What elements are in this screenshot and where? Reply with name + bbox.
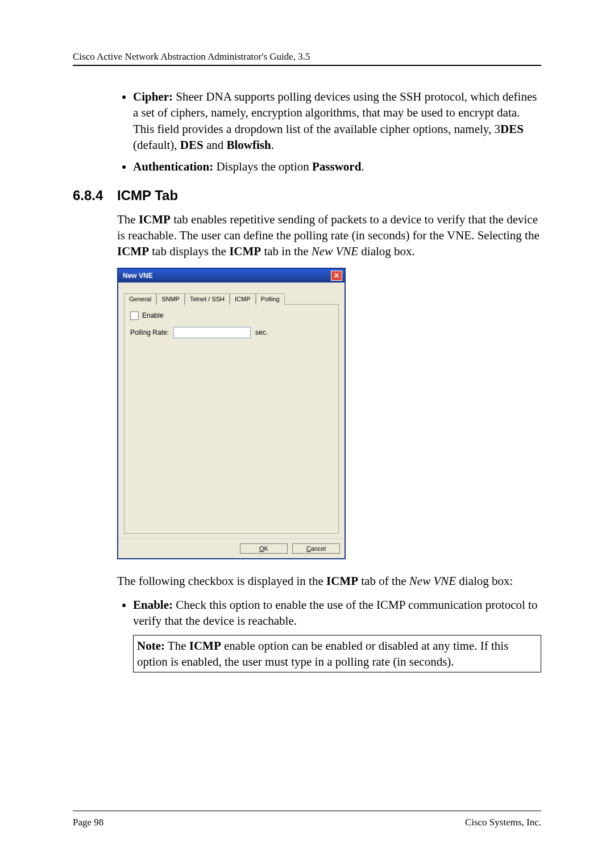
txt: .: [361, 160, 364, 173]
txt: dialog box.: [358, 244, 415, 258]
bullet-text: Displays the option: [213, 160, 312, 173]
footer-page-number: Page 98: [73, 817, 103, 828]
bullet-lead: Enable:: [133, 598, 173, 612]
bold-des: DES: [180, 138, 204, 152]
dialog-body: General SNMP Telnet / SSH ICMP Polling E…: [118, 283, 345, 538]
bullet-lead: Authentication:: [133, 160, 213, 173]
enable-row: Enable: [130, 312, 333, 320]
bold-icmp: ICMP: [229, 244, 261, 258]
bold-icmp: ICMP: [139, 213, 171, 226]
section-title: ICMP Tab: [117, 188, 178, 203]
bullet-text: Sheer DNA supports polling devices using…: [133, 90, 537, 136]
bold-icmp: ICMP: [326, 574, 358, 588]
tab-general[interactable]: General: [124, 293, 156, 305]
polling-rate-label: Polling Rate:: [130, 329, 169, 337]
polling-rate-row: Polling Rate: sec.: [130, 327, 333, 338]
section-number: 6.8.4: [73, 188, 117, 203]
txt: The: [117, 213, 139, 226]
txt: and: [204, 138, 227, 152]
bold-icmp: ICMP: [117, 244, 149, 258]
bullet-list-top: Cipher: Sheer DNA supports polling devic…: [117, 89, 541, 175]
new-vne-dialog: New VNE ✕ General SNMP Telnet / SSH ICMP…: [117, 268, 346, 559]
txt: The: [165, 639, 189, 653]
bullet-authentication: Authentication: Displays the option Pass…: [133, 159, 541, 175]
enable-checkbox[interactable]: [130, 312, 139, 320]
after-dialog-paragraph: The following checkbox is displayed in t…: [117, 573, 541, 589]
cancel-button[interactable]: Cancel: [292, 543, 340, 554]
page-header: Cisco Active Network Abstraction Adminis…: [73, 51, 541, 66]
tab-content-icmp: Enable Polling Rate: sec.: [124, 305, 339, 534]
bullet-list-bottom: Enable: Check this option to enable the …: [117, 597, 541, 629]
italic-newvne: New VNE: [409, 574, 456, 588]
footer-company: Cisco Systems, Inc.: [465, 817, 541, 828]
dialog-titlebar[interactable]: New VNE ✕: [118, 269, 345, 283]
txt: tab in the: [261, 244, 312, 258]
polling-rate-input[interactable]: [173, 327, 251, 338]
bullet-cipher: Cipher: Sheer DNA supports polling devic…: [133, 89, 541, 153]
txt: The following checkbox is displayed in t…: [117, 574, 326, 588]
tab-icmp[interactable]: ICMP: [230, 293, 256, 305]
txt: tab of the: [358, 574, 409, 588]
tab-polling[interactable]: Polling: [256, 293, 285, 305]
txt: tab displays the: [149, 244, 229, 258]
intro-paragraph: The ICMP tab enables repetitive sending …: [117, 211, 541, 260]
bold-3des: DES: [500, 122, 524, 136]
txt: .: [271, 138, 274, 152]
bullet-lead: Cipher:: [133, 90, 173, 103]
txt: (default),: [133, 138, 180, 152]
txt: dialog box:: [456, 574, 513, 588]
section-heading: 6.8.4ICMP Tab: [73, 188, 541, 203]
bold-icmp: ICMP: [189, 639, 221, 653]
txt: tab enables repetitive sending of packet…: [117, 213, 540, 242]
note-lead: Note:: [137, 639, 165, 653]
bold-blowfish: Blowfish: [226, 138, 271, 152]
tab-snmp[interactable]: SNMP: [156, 293, 185, 305]
bullet-enable: Enable: Check this option to enable the …: [133, 597, 541, 629]
ok-button[interactable]: OK: [240, 543, 288, 554]
polling-rate-unit: sec.: [255, 329, 268, 337]
enable-label: Enable: [142, 312, 163, 319]
close-icon[interactable]: ✕: [331, 271, 342, 281]
italic-newvne: New VNE: [312, 244, 358, 258]
dialog-title: New VNE: [123, 272, 153, 280]
tab-telnet-ssh[interactable]: Telnet / SSH: [185, 293, 230, 305]
bullet-text: Check this option to enable the use of t…: [133, 598, 537, 628]
tab-row: General SNMP Telnet / SSH ICMP Polling: [124, 293, 339, 305]
page-footer: Page 98 Cisco Systems, Inc.: [73, 811, 541, 828]
bold-password: Password: [312, 160, 361, 173]
dialog-button-bar: OK Cancel: [118, 538, 345, 558]
note-box: Note: The ICMP enable option can be enab…: [133, 635, 541, 673]
